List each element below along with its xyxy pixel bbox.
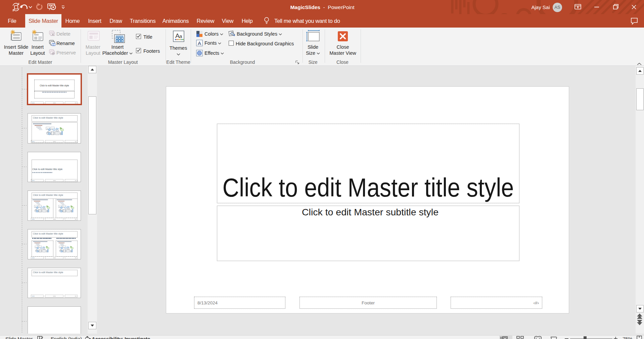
- svg-text:a: a: [179, 33, 182, 39]
- svg-text:A: A: [198, 40, 201, 46]
